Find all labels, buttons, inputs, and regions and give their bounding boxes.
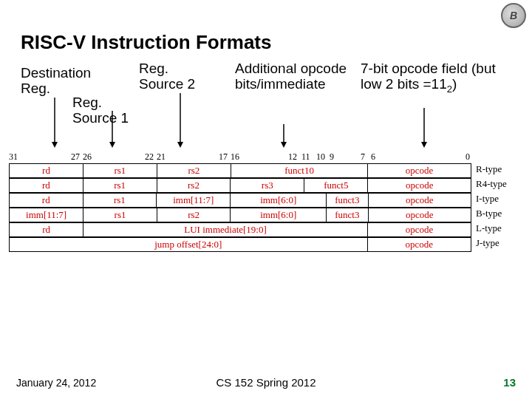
- format-type-label: L-type: [471, 222, 502, 237]
- bit-10: 10: [316, 151, 325, 163]
- format-row: imm[11:7]rs1rs2imm[6:0]funct3opcodeB-typ…: [9, 208, 523, 222]
- format-table: 31 27 26 22 21 17 16 12 11 10 9 7 6 0 rd…: [9, 151, 523, 252]
- arrow-src1: [108, 111, 123, 152]
- field-cell: imm[11:7]: [157, 194, 231, 208]
- format-type-label: I-type: [471, 193, 499, 208]
- field-cell: jump offset[24:0]: [10, 238, 368, 252]
- field-cell: rd: [10, 179, 83, 193]
- arrow-opcode: [420, 108, 434, 152]
- field-cell: opcode: [368, 208, 471, 222]
- bit-11: 11: [301, 151, 310, 163]
- format-row-table: rdrs1rs2rs3funct5opcode: [9, 178, 471, 193]
- svg-marker-3: [109, 142, 115, 148]
- field-cell: rd: [10, 164, 83, 178]
- label-destination-reg: Destination Reg.: [21, 65, 102, 97]
- field-cell: rs3: [231, 179, 304, 193]
- field-cell: opcode: [368, 179, 471, 193]
- bit-26: 26: [83, 151, 92, 163]
- field-cell: opcode: [367, 223, 471, 237]
- bit-12: 12: [288, 151, 297, 163]
- bit-7: 7: [361, 151, 365, 163]
- label-reg-source-2: Reg. Source 2: [139, 61, 213, 92]
- svg-marker-9: [421, 142, 427, 148]
- field-cell: rs1: [83, 179, 157, 193]
- format-row: rdrs1rs2rs3funct5opcodeR4-type: [9, 178, 523, 193]
- format-row: jump offset[24:0]opcodeJ-type: [9, 237, 523, 252]
- bit-6: 6: [371, 151, 375, 163]
- svg-marker-1: [52, 142, 58, 148]
- field-cell: imm[11:7]: [10, 208, 83, 222]
- bit-21: 21: [157, 151, 166, 163]
- bit-31: 31: [9, 151, 18, 163]
- field-cell: funct5: [304, 179, 368, 193]
- field-cell: funct3: [327, 194, 369, 208]
- opcode-text-b: ): [452, 76, 457, 92]
- bit-9: 9: [330, 151, 334, 163]
- bit-22: 22: [145, 151, 154, 163]
- field-cell: imm[6:0]: [231, 194, 327, 208]
- field-cell: rs1: [83, 208, 157, 222]
- slide-title: RISC-V Instruction Formats: [21, 31, 271, 54]
- field-cell: rd: [10, 223, 83, 237]
- bit-27: 27: [71, 151, 80, 163]
- opcode-text-a: 7-bit opcode field (but low 2 bits =11: [361, 61, 496, 92]
- format-row: rdrs1rs2funct10opcodeR-type: [9, 163, 523, 178]
- field-cell: funct3: [327, 208, 369, 222]
- label-additional-opcode: Additional opcode bits/immediate: [235, 61, 353, 92]
- field-cell: rs2: [157, 208, 231, 222]
- bit-16: 16: [231, 151, 239, 163]
- field-cell: rs2: [157, 179, 231, 193]
- bit-position-bar: 31 27 26 22 21 17 16 12 11 10 9 7 6 0: [9, 151, 523, 163]
- bit-17: 17: [219, 151, 228, 163]
- format-row-table: rdLUI immediate[19:0]opcode: [9, 222, 471, 237]
- svg-marker-7: [281, 142, 287, 148]
- field-cell: rs1: [83, 164, 157, 178]
- field-cell: opcode: [368, 164, 471, 178]
- format-type-label: R-type: [471, 163, 502, 178]
- format-row-table: rdrs1imm[11:7]imm[6:0]funct3opcode: [9, 193, 471, 208]
- footer-course: CS 152 Spring 2012: [0, 376, 532, 389]
- field-cell: imm[6:0]: [231, 208, 327, 222]
- format-row: rdrs1imm[11:7]imm[6:0]funct3opcodeI-type: [9, 193, 523, 208]
- format-type-label: B-type: [471, 208, 502, 222]
- format-row-table: jump offset[24:0]opcode: [9, 237, 471, 252]
- opcode-subscript: 2: [447, 83, 452, 95]
- field-cell: funct10: [231, 164, 367, 178]
- field-cell: opcode: [368, 194, 471, 208]
- format-row: rdLUI immediate[19:0]opcodeL-type: [9, 222, 523, 237]
- field-cell: LUI immediate[19:0]: [83, 223, 368, 237]
- format-row-table: rdrs1rs2funct10opcode: [9, 163, 471, 178]
- footer-page: 13: [503, 376, 516, 389]
- field-cell: rs1: [83, 194, 157, 208]
- format-row-table: imm[11:7]rs1rs2imm[6:0]funct3opcode: [9, 208, 471, 222]
- field-cell: opcode: [367, 238, 471, 252]
- seal-logo: B: [501, 3, 526, 28]
- format-type-label: J-type: [471, 237, 499, 252]
- bit-0: 0: [466, 151, 470, 163]
- field-cell: rd: [10, 194, 83, 208]
- arrow-additional: [279, 124, 294, 152]
- arrow-src2: [176, 93, 191, 152]
- svg-marker-5: [177, 142, 183, 148]
- label-7bit-opcode: 7-bit opcode field (but low 2 bits =112): [361, 61, 516, 95]
- arrow-dest: [50, 98, 65, 152]
- format-type-label: R4-type: [471, 178, 507, 193]
- field-cell: rs2: [157, 164, 231, 178]
